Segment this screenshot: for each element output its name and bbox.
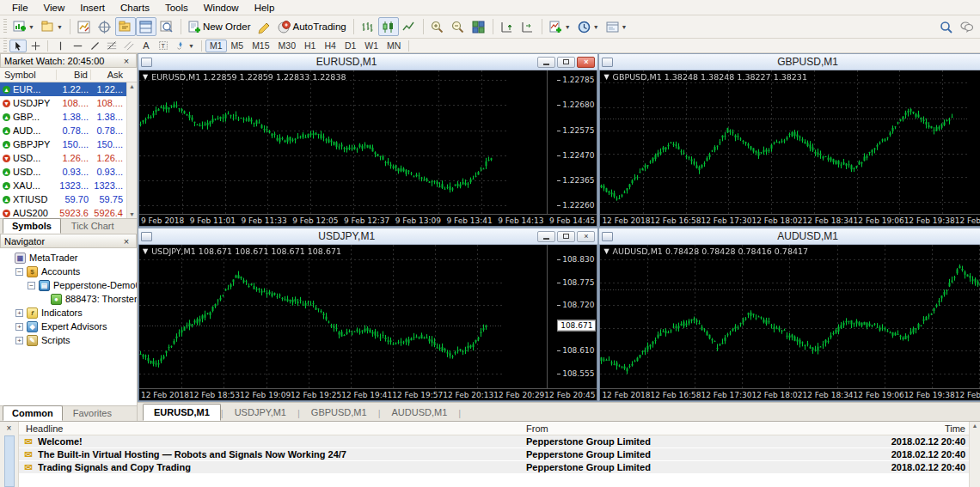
- market-watch-row[interactable]: ▼USDJPY108....108....: [0, 96, 126, 110]
- menu-help[interactable]: Help: [248, 1, 282, 15]
- market-watch-row[interactable]: ▼USD...1.26...1.26...: [0, 151, 126, 165]
- templates-button[interactable]: ▼: [603, 17, 631, 36]
- market-watch-row[interactable]: ▲AUD...0.78...0.78...: [0, 124, 126, 137]
- search-button[interactable]: [935, 17, 956, 36]
- data-window-button[interactable]: [95, 17, 115, 36]
- zoom-out-button[interactable]: [448, 17, 469, 36]
- price-axis[interactable]: 1.227851.226801.225751.224701.223651.222…: [548, 70, 597, 214]
- chart-titlebar[interactable]: USDJPY,M1 ×: [138, 228, 597, 245]
- chart-titlebar[interactable]: EURUSD,M1 ×: [138, 54, 597, 70]
- news-row[interactable]: ✉Trading Signals and Copy TradingPeppers…: [19, 461, 969, 474]
- timeframe-h4[interactable]: H4: [320, 40, 340, 52]
- chart-titlebar[interactable]: AUDUSD,M1 ×: [599, 228, 980, 245]
- time-axis[interactable]: 12 Feb 201812 Feb 16:5812 Feb 17:3012 Fe…: [600, 214, 980, 226]
- market-watch-row[interactable]: ▲GBP...1.38...1.38...: [0, 110, 126, 124]
- time-axis[interactable]: 12 Feb 201812 Feb 16:5812 Feb 17:3012 Fe…: [600, 388, 980, 400]
- price-axis[interactable]: 108.830108.775108.720108.610108.555108.6…: [548, 245, 597, 388]
- tab-tick-chart[interactable]: Tick Chart: [62, 218, 124, 234]
- timeframe-h1[interactable]: H1: [300, 40, 320, 52]
- tree-item-user[interactable]: ●888473: Thorsten: [3, 292, 137, 306]
- tree-item-scripts[interactable]: +✎Scripts: [3, 333, 137, 347]
- fibonacci-button[interactable]: [103, 40, 120, 52]
- tree-item-server[interactable]: −▤Pepperstone-Demo0: [3, 278, 137, 292]
- market-watch-row[interactable]: ▲GBPJPY150....150....: [0, 137, 126, 151]
- metaeditor-button[interactable]: [254, 17, 274, 36]
- scroll-up-icon[interactable]: ▲: [972, 423, 978, 429]
- news-row[interactable]: ✉Welcome!Pepperstone Group Limited2018.0…: [19, 435, 969, 448]
- scroll-up-icon[interactable]: ▲: [129, 83, 135, 89]
- tree-item-metatrader[interactable]: ▦MetaTrader: [3, 251, 137, 265]
- time-axis[interactable]: 12 Feb 201812 Feb 18:5312 Feb 19:0912 Fe…: [139, 388, 597, 400]
- label-button[interactable]: T: [155, 40, 172, 52]
- chart-plot[interactable]: ▼AUDUSD,M1 0.78428 0.78428 0.78416 0.784…: [600, 245, 980, 388]
- menu-view[interactable]: View: [37, 1, 72, 15]
- shapes-button[interactable]: ▼: [172, 40, 198, 52]
- candlestick-mode-button[interactable]: [378, 17, 399, 36]
- tile-windows-button[interactable]: [469, 17, 489, 36]
- bar-chart-mode-button[interactable]: [358, 17, 378, 36]
- market-watch-toggle-button[interactable]: [74, 17, 95, 36]
- expand-icon[interactable]: +: [15, 309, 23, 317]
- menu-file[interactable]: File: [5, 1, 35, 15]
- periods-button[interactable]: ▼: [574, 17, 603, 36]
- timeframe-mn[interactable]: MN: [383, 40, 405, 52]
- close-button[interactable]: ×: [577, 57, 595, 68]
- column-ask[interactable]: Ask: [91, 70, 126, 80]
- cursor-button[interactable]: [9, 40, 27, 52]
- menu-window[interactable]: Window: [197, 1, 246, 15]
- tree-item-experts[interactable]: +◆Expert Advisors: [3, 320, 137, 333]
- chart-plot[interactable]: ▼GBPUSD,M1 1.38248 1.38248 1.38227 1.382…: [600, 70, 980, 214]
- column-symbol[interactable]: Symbol: [0, 70, 57, 80]
- chart-titlebar[interactable]: GBPUSD,M1 ×: [599, 54, 980, 70]
- toolbar-grip[interactable]: [3, 19, 7, 34]
- scroll-down-icon[interactable]: ▼: [129, 211, 135, 217]
- crosshair-button[interactable]: [27, 40, 44, 52]
- market-watch-row[interactable]: ▼AUS2005923.65926.4: [0, 206, 126, 218]
- column-headline[interactable]: Headline: [19, 423, 526, 434]
- timeframe-m30[interactable]: M30: [274, 40, 300, 52]
- tab-symbols[interactable]: Symbols: [3, 218, 61, 234]
- navigator-toggle-button[interactable]: [115, 17, 136, 36]
- chevron-down-icon[interactable]: ▼: [143, 247, 148, 255]
- close-icon[interactable]: ×: [7, 423, 12, 433]
- new-order-button[interactable]: New Order: [185, 17, 254, 36]
- chart-tab-audusd[interactable]: AUDUSD,M1: [381, 404, 459, 421]
- indicators-button[interactable]: ▼: [546, 17, 574, 36]
- profiles-button[interactable]: ▼: [38, 17, 66, 36]
- chart-tab-eurusd[interactable]: EURUSD,M1: [143, 404, 221, 421]
- column-time[interactable]: Time: [883, 423, 969, 434]
- chevron-down-icon[interactable]: ▼: [143, 73, 148, 81]
- close-icon[interactable]: ×: [120, 236, 132, 247]
- minimize-button[interactable]: [537, 231, 555, 242]
- close-icon[interactable]: ×: [120, 56, 132, 66]
- tree-item-accounts[interactable]: −$Accounts: [3, 265, 137, 278]
- horizontal-line-button[interactable]: [69, 40, 86, 52]
- chat-button[interactable]: [956, 17, 977, 36]
- line-chart-mode-button[interactable]: [399, 17, 420, 36]
- text-button[interactable]: A: [138, 40, 155, 52]
- market-watch-row[interactable]: ▲USD...0.93...0.93...: [0, 165, 126, 179]
- news-scrollbar[interactable]: ▲: [969, 422, 980, 487]
- timeframe-m15[interactable]: M15: [248, 40, 273, 52]
- trendline-button[interactable]: [86, 40, 103, 52]
- terminal-toggle-button[interactable]: [136, 17, 156, 36]
- market-watch-row[interactable]: ▲XAU...1323...1323...: [0, 179, 126, 192]
- autotrading-button[interactable]: AutoTrading: [274, 17, 349, 36]
- toolbar-grip[interactable]: [3, 38, 7, 53]
- tab-favorites[interactable]: Favorites: [64, 405, 121, 421]
- market-watch-row[interactable]: ▲XTIUSD59.7059.75: [0, 192, 126, 206]
- collapse-icon[interactable]: −: [15, 268, 23, 276]
- column-from[interactable]: From: [526, 423, 883, 434]
- restore-button[interactable]: [557, 231, 575, 242]
- menu-charts[interactable]: Charts: [113, 1, 156, 15]
- expand-icon[interactable]: +: [15, 337, 23, 344]
- chart-shift-button[interactable]: [518, 17, 538, 36]
- terminal-scrollbar[interactable]: [4, 435, 15, 487]
- timeframe-w1[interactable]: W1: [360, 40, 383, 52]
- close-button[interactable]: ×: [577, 231, 595, 242]
- timeframe-m5[interactable]: M5: [227, 40, 248, 52]
- timeframe-m1[interactable]: M1: [205, 40, 227, 52]
- menu-insert[interactable]: Insert: [73, 1, 112, 15]
- auto-scroll-button[interactable]: [497, 17, 518, 36]
- tree-item-indicators[interactable]: +fIndicators: [3, 306, 137, 320]
